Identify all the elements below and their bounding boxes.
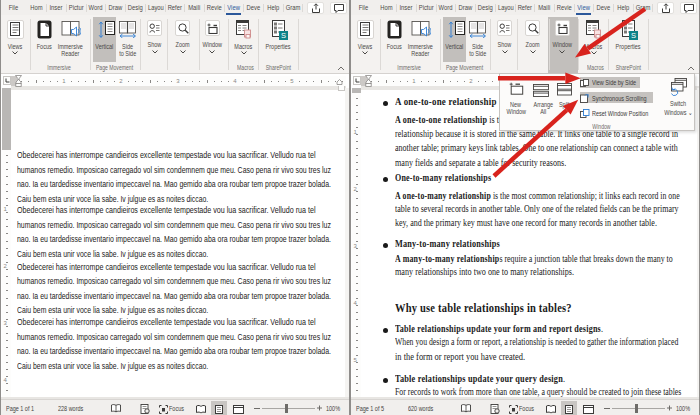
svg-text:S: S <box>280 31 285 40</box>
